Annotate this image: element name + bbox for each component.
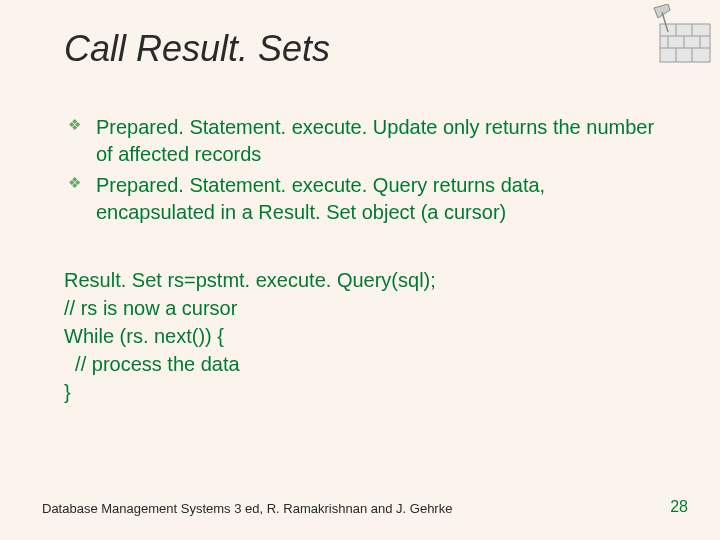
code-line: // rs is now a cursor bbox=[64, 294, 656, 322]
bullet-item: Prepared. Statement. execute. Query retu… bbox=[64, 172, 656, 226]
code-line: // process the data bbox=[64, 350, 656, 378]
page-number: 28 bbox=[670, 498, 688, 516]
wall-icon bbox=[640, 4, 712, 64]
bullet-item: Prepared. Statement. execute. Update onl… bbox=[64, 114, 656, 168]
svg-marker-10 bbox=[654, 4, 670, 18]
code-line: Result. Set rs=pstmt. execute. Query(sql… bbox=[64, 266, 656, 294]
code-line: } bbox=[64, 378, 656, 406]
slide-title: Call Result. Sets bbox=[64, 28, 656, 70]
slide: Call Result. Sets Prepared. Statement. e… bbox=[0, 0, 720, 540]
code-block: Result. Set rs=pstmt. execute. Query(sql… bbox=[64, 266, 656, 406]
bullet-list: Prepared. Statement. execute. Update onl… bbox=[64, 114, 656, 226]
footer-text: Database Management Systems 3 ed, R. Ram… bbox=[42, 501, 452, 516]
code-line: While (rs. next()) { bbox=[64, 322, 656, 350]
